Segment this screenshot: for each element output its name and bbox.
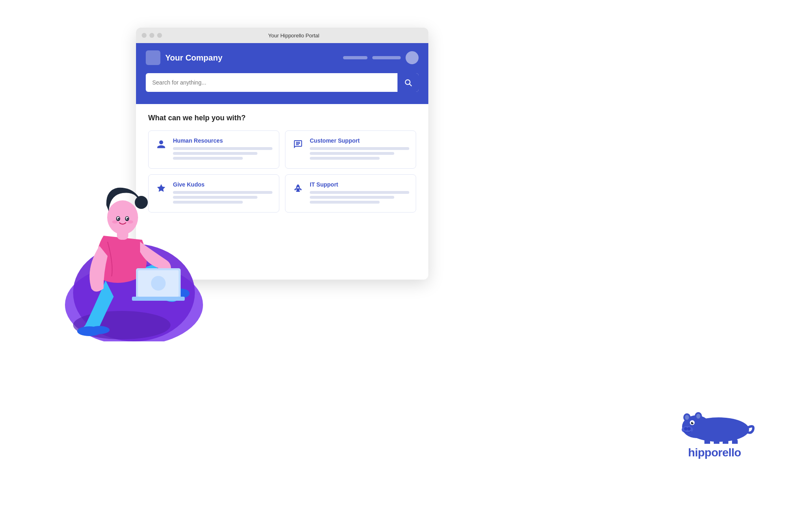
svg-line-1: [410, 84, 412, 86]
person-icon: [155, 138, 167, 150]
svg-point-34: [687, 427, 691, 430]
user-avatar[interactable]: [406, 51, 419, 64]
svg-point-11: [151, 276, 166, 291]
svg-rect-38: [732, 439, 738, 444]
svg-rect-35: [704, 439, 710, 444]
card-it-support[interactable]: IT Support: [285, 174, 416, 213]
search-button[interactable]: [397, 73, 419, 92]
svg-point-6: [89, 326, 110, 334]
svg-point-13: [107, 200, 138, 234]
svg-point-21: [112, 220, 118, 224]
svg-point-26: [685, 415, 689, 420]
svg-rect-37: [723, 440, 728, 444]
chat-icon: [292, 138, 304, 150]
browser-dot-red: [142, 33, 147, 38]
company-logo: [146, 50, 160, 65]
svg-point-33: [684, 427, 687, 430]
company-name: Your Company: [165, 53, 343, 63]
rocket-icon: [292, 182, 304, 194]
browser-dot-green: [157, 33, 162, 38]
nav-link-2[interactable]: [372, 56, 401, 59]
svg-point-20: [127, 218, 128, 219]
search-input[interactable]: [146, 79, 397, 86]
help-heading: What can we help you with?: [148, 114, 416, 122]
card-customer-support[interactable]: Customer Support: [285, 130, 416, 169]
nav-links: [343, 51, 419, 64]
card-line-2: [310, 196, 394, 199]
svg-point-31: [693, 422, 694, 423]
nav-link-1[interactable]: [343, 56, 367, 59]
svg-point-19: [118, 218, 119, 219]
browser-titlebar: Your Hipporello Portal: [136, 28, 428, 43]
portal-header: Your Company: [136, 43, 428, 104]
search-icon: [404, 78, 412, 87]
card-line-1: [310, 147, 409, 150]
card-title-it: IT Support: [310, 181, 409, 188]
svg-point-32: [682, 426, 693, 433]
hippo-logo-svg: [674, 407, 755, 444]
browser-dot-yellow: [149, 33, 154, 38]
card-body-it: IT Support: [310, 181, 409, 206]
browser-title: Your Hipporello Portal: [165, 33, 423, 39]
card-title-cs: Customer Support: [310, 137, 409, 144]
hipporello-text: hipporello: [688, 446, 741, 459]
card-line-1: [310, 191, 409, 194]
svg-point-28: [696, 414, 700, 419]
person-illustration: [41, 154, 211, 341]
svg-point-14: [135, 196, 148, 209]
card-body-cs: Customer Support: [310, 137, 409, 162]
svg-point-22: [127, 220, 133, 224]
svg-rect-9: [132, 297, 185, 301]
card-title-hr: Human Resources: [173, 137, 272, 144]
card-line-2: [310, 152, 394, 155]
card-line-3: [310, 157, 380, 160]
card-line-1: [173, 147, 272, 150]
hipporello-brand: hipporello: [674, 407, 755, 459]
card-line-3: [310, 201, 380, 204]
svg-rect-36: [714, 440, 719, 444]
portal-nav: Your Company: [146, 50, 419, 65]
search-container: [146, 73, 419, 92]
